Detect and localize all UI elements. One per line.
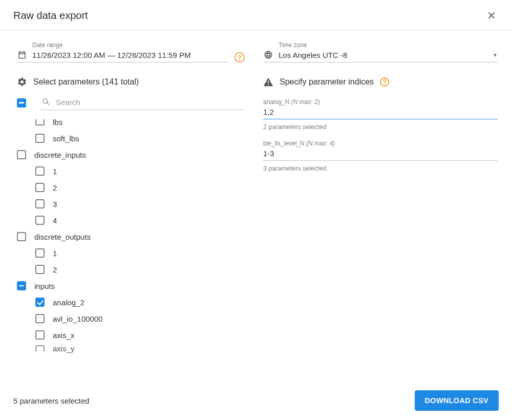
search-icon bbox=[41, 97, 51, 107]
checkbox[interactable] bbox=[17, 150, 26, 159]
indices-heading: Specify parameter indices ? bbox=[263, 77, 498, 87]
dialog-footer: 5 parameters selected DOWNLOAD CSV bbox=[0, 381, 512, 420]
tree-item-label: analog_2 bbox=[53, 298, 84, 307]
checkbox[interactable] bbox=[35, 199, 45, 208]
tree-item[interactable]: axis_x bbox=[17, 327, 231, 343]
tree-item[interactable]: 4 bbox=[17, 212, 231, 228]
tree-group[interactable]: discrete_inputs bbox=[17, 146, 231, 163]
tree-item-label: axis_y bbox=[53, 344, 75, 353]
close-icon bbox=[487, 11, 496, 19]
tree-group[interactable]: inputs bbox=[17, 278, 231, 294]
export-dialog: Raw data export Date range 11/26/2023 12… bbox=[0, 0, 512, 420]
tree-item-label: 2 bbox=[53, 265, 57, 274]
index-field: ble_lls_level_N (N max: 4)3 parameters s… bbox=[263, 140, 498, 172]
checkbox[interactable] bbox=[17, 232, 26, 241]
tree-item-label: 4 bbox=[53, 216, 57, 225]
checkbox[interactable] bbox=[35, 330, 45, 340]
timezone-label: Time zone bbox=[279, 41, 498, 49]
checkbox[interactable] bbox=[35, 183, 45, 192]
tree-item[interactable]: lbs bbox=[17, 114, 231, 130]
tree-item-label: lbs bbox=[53, 118, 62, 127]
tree-item[interactable]: axis_y bbox=[17, 343, 231, 353]
tree-item-label: 1 bbox=[53, 249, 57, 258]
select-parameters-text: Select parameters (141 total) bbox=[33, 77, 139, 87]
tree-item[interactable]: 2 bbox=[17, 179, 231, 196]
tree-item[interactable]: 3 bbox=[17, 196, 231, 212]
checkbox[interactable] bbox=[35, 298, 45, 307]
checkbox[interactable] bbox=[17, 281, 26, 290]
download-csv-button[interactable]: DOWNLOAD CSV bbox=[415, 390, 499, 411]
index-status: 3 parameters selected bbox=[263, 165, 498, 172]
checkbox[interactable] bbox=[35, 134, 45, 143]
dialog-header: Raw data export bbox=[0, 0, 512, 30]
dialog-title: Raw data export bbox=[13, 10, 88, 22]
tree-item-label: discrete_outputs bbox=[34, 233, 91, 241]
tree-root-checkbox[interactable] bbox=[17, 98, 26, 108]
right-column: Time zone Los Angeles UTC -8 ▼ Specify p… bbox=[245, 41, 498, 381]
index-label: analog_N (N max: 2) bbox=[263, 98, 498, 106]
index-input[interactable] bbox=[263, 106, 498, 119]
checkbox[interactable] bbox=[35, 314, 45, 323]
tree-item[interactable]: avl_io_100000 bbox=[17, 310, 231, 327]
index-status: 2 parameters selected bbox=[263, 123, 498, 131]
footer-status: 5 parameters selected bbox=[13, 396, 89, 405]
tree-root-row bbox=[17, 89, 245, 113]
svg-rect-1 bbox=[268, 84, 269, 85]
close-button[interactable] bbox=[484, 8, 499, 23]
gear-icon bbox=[17, 77, 27, 87]
select-parameters-heading: Select parameters (141 total) bbox=[17, 77, 245, 87]
timezone-value: Los Angeles UTC -8 bbox=[279, 51, 487, 59]
tree-item-label: axis_x bbox=[53, 331, 75, 340]
tree-item[interactable]: 2 bbox=[17, 261, 231, 278]
tree-group[interactable]: discrete_outputs bbox=[17, 228, 231, 245]
checkbox[interactable] bbox=[35, 119, 45, 125]
parameter-tree[interactable]: lbssoft_lbsdiscrete_inputs1234discrete_o… bbox=[17, 113, 245, 381]
tree-item-label: 2 bbox=[53, 183, 57, 192]
timezone-field[interactable]: Time zone Los Angeles UTC -8 ▼ bbox=[263, 41, 498, 62]
calendar-icon bbox=[17, 50, 27, 60]
date-range-field[interactable]: Date range 11/26/2023 12:00 AM — 12/26/2… bbox=[17, 41, 228, 62]
chevron-down-icon: ▼ bbox=[493, 52, 498, 58]
tree-item-label: inputs bbox=[34, 282, 55, 290]
left-column: Date range 11/26/2023 12:00 AM — 12/26/2… bbox=[17, 41, 245, 381]
svg-rect-0 bbox=[268, 81, 269, 83]
dialog-content: Date range 11/26/2023 12:00 AM — 12/26/2… bbox=[0, 30, 512, 381]
date-range-value: 11/26/2023 12:00 AM — 12/26/2023 11:59 P… bbox=[32, 51, 228, 59]
tree-item-label: 3 bbox=[53, 200, 57, 208]
tree-item-label: discrete_inputs bbox=[34, 151, 86, 159]
checkbox[interactable] bbox=[35, 216, 45, 225]
checkbox[interactable] bbox=[35, 265, 45, 274]
tree-item[interactable]: analog_2 bbox=[17, 294, 231, 310]
globe-icon bbox=[263, 50, 273, 60]
tree-item-label: 1 bbox=[53, 167, 57, 176]
index-input[interactable] bbox=[263, 147, 498, 161]
search-input[interactable] bbox=[56, 98, 244, 107]
warning-icon bbox=[263, 77, 273, 87]
help-icon[interactable]: ? bbox=[380, 77, 389, 87]
indices-heading-text: Specify parameter indices bbox=[280, 77, 374, 87]
tree-item[interactable]: 1 bbox=[17, 163, 231, 179]
help-icon[interactable]: ? bbox=[234, 52, 245, 62]
tree-item-label: soft_lbs bbox=[53, 134, 79, 143]
date-range-label: Date range bbox=[32, 41, 228, 49]
search-field[interactable] bbox=[40, 95, 245, 110]
checkbox[interactable] bbox=[35, 345, 45, 351]
index-label: ble_lls_level_N (N max: 4) bbox=[263, 140, 498, 147]
tree-item[interactable]: 1 bbox=[17, 245, 231, 261]
checkbox[interactable] bbox=[35, 248, 45, 258]
index-field: analog_N (N max: 2)2 parameters selected bbox=[263, 98, 498, 131]
tree-item[interactable]: soft_lbs bbox=[17, 130, 231, 146]
checkbox[interactable] bbox=[35, 166, 45, 176]
tree-item-label: avl_io_100000 bbox=[53, 314, 103, 323]
